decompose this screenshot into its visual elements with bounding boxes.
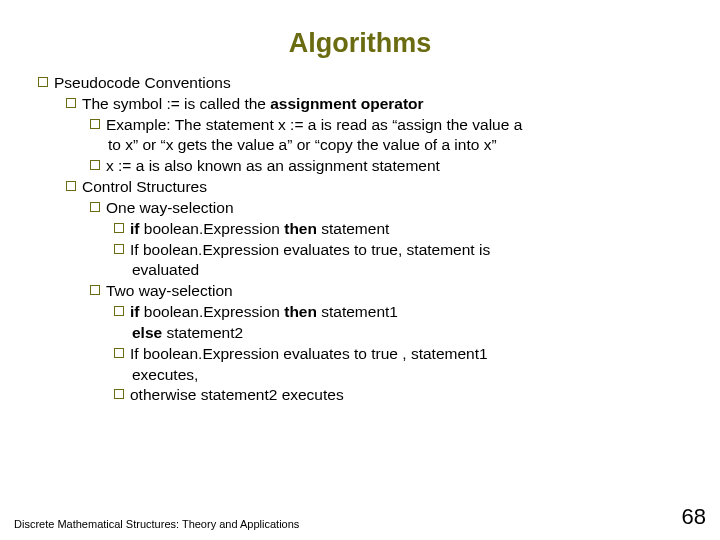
list-item: The symbol := is called the assignment o…	[32, 94, 688, 114]
list-item: One way-selection	[32, 198, 688, 218]
item-continuation: executes,	[32, 365, 688, 385]
list-item: Two way-selection	[32, 281, 688, 301]
list-item: x := a is also known as an assignment st…	[32, 156, 688, 176]
item-text: otherwise statement2 executes	[130, 385, 688, 405]
list-item: otherwise statement2 executes	[32, 385, 688, 405]
square-bullet-icon	[90, 202, 100, 212]
item-text: if boolean.Expression then statement	[130, 219, 688, 239]
list-item: Control Structures	[32, 177, 688, 197]
list-item: Example: The statement x := a is read as…	[32, 115, 688, 135]
square-bullet-icon	[114, 244, 124, 254]
item-text: Pseudocode Conventions	[54, 73, 688, 93]
slide-title: Algorithms	[32, 28, 688, 59]
square-bullet-icon	[114, 306, 124, 316]
item-text: if boolean.Expression then statement1	[130, 302, 688, 322]
item-text: If boolean.Expression evaluates to true …	[130, 344, 688, 364]
list-item: if boolean.Expression then statement	[32, 219, 688, 239]
list-item: If boolean.Expression evaluates to true,…	[32, 240, 688, 260]
list-item: Pseudocode Conventions	[32, 73, 688, 93]
item-text: x := a is also known as an assignment st…	[106, 156, 688, 176]
item-continuation: to x” or “x gets the value a” or “copy t…	[32, 135, 688, 155]
slide-body: Pseudocode Conventions The symbol := is …	[32, 73, 688, 405]
item-text: Example: The statement x := a is read as…	[106, 115, 688, 135]
item-text: One way-selection	[106, 198, 688, 218]
item-text: If boolean.Expression evaluates to true,…	[130, 240, 688, 260]
page-number: 68	[682, 504, 706, 530]
item-text: The symbol := is called the assignment o…	[82, 94, 688, 114]
square-bullet-icon	[90, 160, 100, 170]
square-bullet-icon	[114, 389, 124, 399]
item-text: Control Structures	[82, 177, 688, 197]
square-bullet-icon	[66, 181, 76, 191]
list-item: If boolean.Expression evaluates to true …	[32, 344, 688, 364]
item-continuation: else statement2	[32, 323, 688, 343]
list-item: if boolean.Expression then statement1	[32, 302, 688, 322]
square-bullet-icon	[66, 98, 76, 108]
item-continuation: evaluated	[32, 260, 688, 280]
slide-footer: Discrete Mathematical Structures: Theory…	[14, 504, 706, 530]
square-bullet-icon	[38, 77, 48, 87]
item-text: Two way-selection	[106, 281, 688, 301]
square-bullet-icon	[114, 223, 124, 233]
square-bullet-icon	[114, 348, 124, 358]
square-bullet-icon	[90, 119, 100, 129]
footer-source: Discrete Mathematical Structures: Theory…	[14, 518, 299, 530]
square-bullet-icon	[90, 285, 100, 295]
